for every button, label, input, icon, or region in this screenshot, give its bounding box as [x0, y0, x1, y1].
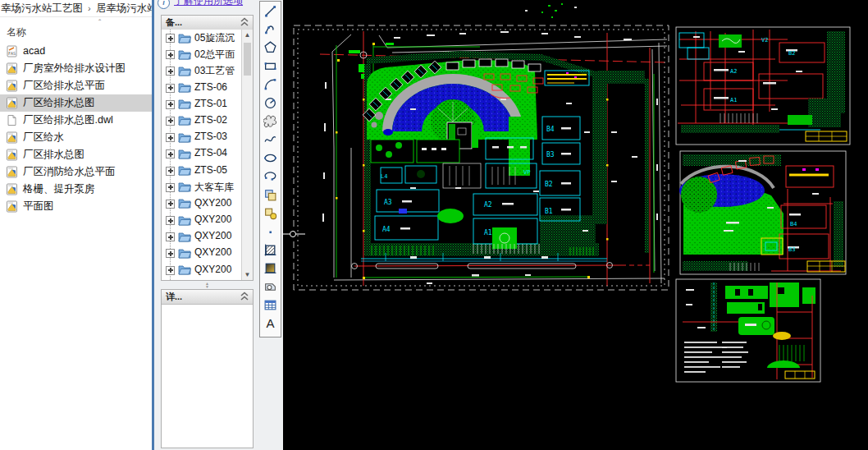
folder-icon [178, 32, 191, 44]
line-tool-button[interactable] [260, 2, 281, 20]
multiline-text-tool-button[interactable]: A [260, 315, 281, 333]
folder-icon [178, 65, 191, 76]
svg-text:L4: L4 [381, 173, 387, 180]
tree-item[interactable]: ZTS-04 [162, 145, 253, 162]
collapse-chevron-icon[interactable] [240, 292, 249, 301]
svg-text:A1: A1 [730, 97, 737, 103]
spline-tool-button[interactable] [260, 131, 281, 149]
polyline-tool-button[interactable] [260, 20, 281, 38]
insert-block-icon [263, 188, 277, 202]
spline-icon [263, 132, 277, 146]
detail-drawing-1[interactable]: V2 B2 A2 A1 [676, 27, 850, 145]
file-row[interactable]: 厂区给排水总平面 [0, 77, 152, 94]
expand-plus-icon[interactable] [166, 266, 175, 275]
tree-item[interactable]: ZTS-01 [162, 96, 253, 112]
tree-item[interactable]: ZTS-05 [162, 163, 253, 179]
building-b3: B3 [542, 143, 580, 164]
scroll-thumb[interactable] [244, 43, 251, 76]
expand-plus-icon[interactable] [166, 100, 175, 109]
folder-icon [178, 264, 191, 275]
file-row[interactable]: 厂房室外给排水设计图 [0, 60, 152, 77]
expand-plus-icon[interactable] [166, 67, 175, 76]
file-row[interactable]: 厂区排水总图 [0, 146, 152, 163]
details-panel-header[interactable]: 详... [162, 290, 253, 305]
polygon-icon [263, 40, 277, 54]
backup-panel-header[interactable]: 备... [162, 16, 253, 30]
building-a3: A3 [377, 190, 439, 212]
expand-plus-icon[interactable] [166, 149, 175, 158]
cad-model-canvas[interactable]: L4 VP A3 A4 [283, 0, 868, 450]
tree-item[interactable]: 05旋流沉 [162, 30, 253, 46]
expand-plus-icon[interactable] [166, 133, 175, 142]
tree-item[interactable]: QXY200 [162, 228, 253, 245]
info-icon: i [158, 0, 170, 9]
hatch-tool-button[interactable] [260, 241, 281, 259]
file-row[interactable]: 厂区消防给水总平面 [0, 163, 152, 181]
tree-item[interactable]: ZTS-06 [162, 80, 253, 96]
scroll-down-icon[interactable]: ▼ [242, 269, 253, 280]
main-site-plan-drawing[interactable]: L4 VP A3 A4 [283, 3, 669, 290]
dwg-file-icon [6, 149, 18, 161]
expand-plus-icon[interactable] [166, 216, 175, 225]
drawing-surface[interactable]: L4 VP A3 A4 [283, 0, 868, 450]
ellipse-tool-button[interactable] [260, 149, 281, 167]
rectangle-tool-button[interactable] [260, 57, 281, 75]
expand-plus-icon[interactable] [166, 84, 175, 93]
point-tool-button[interactable] [260, 223, 281, 241]
circle-tool-button[interactable] [260, 94, 281, 112]
breadcrumb-folder-1[interactable]: 幸场污水站工艺图 [1, 2, 83, 14]
scroll-up-icon[interactable]: ▲ [242, 30, 253, 40]
expand-plus-icon[interactable] [166, 117, 175, 126]
collapse-chevron-icon[interactable] [240, 17, 249, 27]
dwg-file-icon [6, 80, 18, 92]
file-row[interactable]: 厂区给排水总图.dwl [0, 112, 152, 129]
table-tool-button[interactable] [260, 296, 281, 314]
svg-text:A2: A2 [484, 201, 492, 209]
tree-item[interactable]: QXY200 [162, 245, 253, 261]
gradient-icon [263, 261, 277, 275]
detail-drawing-3[interactable] [676, 279, 820, 382]
breadcrumb-folder-2[interactable]: 居幸场污水站 [96, 2, 152, 14]
tree-item[interactable]: 03工艺管 [162, 62, 253, 79]
folder-icon [178, 164, 191, 176]
tree-item[interactable]: QXY200 [162, 195, 253, 212]
file-row[interactable]: 格栅、提升泵房 [0, 181, 152, 198]
file-row[interactable]: 平面图 [0, 198, 152, 215]
expand-plus-icon[interactable] [166, 200, 175, 209]
gradient-tool-button[interactable] [260, 259, 281, 277]
detail-drawing-2[interactable]: B4 B3 [679, 151, 846, 274]
tree-scrollbar[interactable]: ▲ ▼ [241, 30, 253, 280]
region-tool-button[interactable] [260, 278, 281, 296]
breadcrumb[interactable]: 幸场污水站工艺图›居幸场污水站 [0, 0, 152, 17]
expand-plus-icon[interactable] [166, 232, 175, 241]
tree-item[interactable]: 大客车库 [162, 179, 253, 195]
expand-plus-icon[interactable] [166, 167, 175, 176]
polygon-tool-button[interactable] [260, 39, 281, 57]
help-link[interactable]: 了解使用所选项 [174, 0, 243, 8]
svg-text:VP: VP [523, 169, 530, 176]
folder-icon [178, 231, 191, 242]
svg-text:A1: A1 [484, 229, 492, 236]
expand-plus-icon[interactable] [166, 249, 175, 258]
expand-plus-icon[interactable] [166, 183, 175, 192]
file-row[interactable]: acad [0, 43, 152, 60]
tree-item[interactable]: ZTS-03 [162, 129, 253, 145]
expand-plus-icon[interactable] [166, 34, 175, 43]
expand-plus-icon[interactable] [166, 50, 175, 59]
panel-splitter[interactable]: ▲▼ [161, 282, 254, 289]
file-row[interactable]: 厂区给水 [0, 129, 152, 146]
tree-item[interactable]: QXY200 [162, 212, 253, 228]
make-block-tool-button[interactable] [260, 204, 281, 222]
insert-block-tool-button[interactable] [260, 186, 281, 204]
ellipse-arc-tool-button[interactable] [260, 168, 281, 186]
file-row-selected[interactable]: 厂区给排水总图 [0, 94, 152, 112]
revision-cloud-tool-button[interactable] [260, 112, 281, 130]
tree-item[interactable]: 02总平面 [162, 46, 253, 62]
viewport-grip[interactable] [283, 232, 305, 237]
folder-icon [178, 247, 191, 259]
tree-item[interactable]: QXY200 [162, 262, 253, 278]
tree-item[interactable]: ZTS-02 [162, 112, 253, 129]
arc-tool-button[interactable] [260, 76, 281, 94]
polyline-icon [263, 22, 277, 36]
name-column-header[interactable]: 名称 ˆ [0, 17, 152, 42]
